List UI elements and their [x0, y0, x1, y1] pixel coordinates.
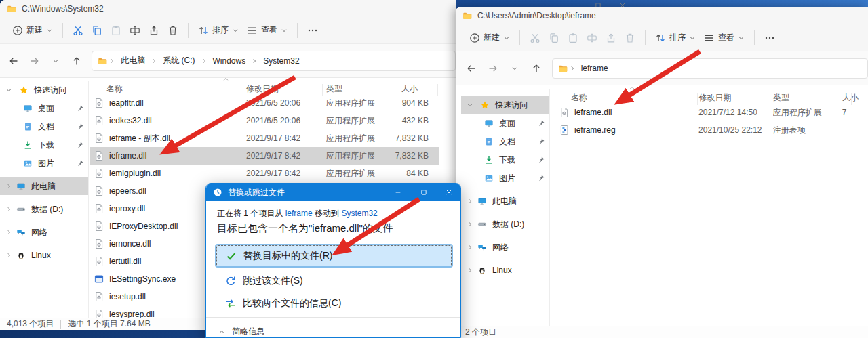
pin-icon [537, 156, 545, 164]
sidebar-item-network[interactable]: 网络 [0, 224, 88, 241]
maximize-button[interactable] [414, 186, 434, 199]
forward-button[interactable] [484, 60, 502, 77]
more-button[interactable] [760, 28, 779, 47]
sidebar-item-download[interactable]: 下载 [461, 151, 549, 169]
close-icon[interactable] [618, 1, 627, 7]
sidebar-item-download[interactable]: 下载 [0, 136, 88, 154]
destination-folder-link[interactable]: System32 [341, 209, 377, 218]
copy-button[interactable] [87, 21, 106, 40]
sidebar-item-quick-access[interactable]: 快速访问 [0, 81, 88, 99]
tree-expand-icon [5, 87, 12, 93]
source-folder-link[interactable]: ieframe [285, 209, 313, 218]
dialog-option-2[interactable]: 跳过该文件(S) [225, 274, 303, 289]
column-header-name[interactable]: 名称 [90, 83, 246, 95]
sidebar-item-pictures[interactable]: 图片 [461, 169, 549, 187]
recent-locations-button[interactable] [47, 52, 64, 70]
sort-button[interactable]: 排序 [194, 21, 243, 40]
back-button[interactable] [462, 60, 480, 77]
sidebar-item-linux[interactable]: Linux [0, 247, 88, 264]
sidebar-item-label: 数据 (D:) [492, 219, 524, 230]
breadcrumb-item[interactable]: Windows [209, 56, 250, 66]
column-header-type[interactable]: 类型 [326, 83, 389, 95]
breadcrumb-item[interactable]: 系统 (C:) [159, 55, 199, 66]
sidebar-item-desktop[interactable]: 桌面 [0, 100, 88, 117]
column-header-size[interactable]: 大小 [842, 92, 868, 104]
file-row[interactable]: ieframe - 副本.dll2021/9/17 8:42应用程序扩展7,83… [90, 129, 439, 147]
maximize-icon[interactable] [594, 1, 602, 7]
file-row[interactable]: iedkcs32.dll2021/6/5 20:06应用程序扩展432 KB [90, 112, 439, 129]
paste-button[interactable] [106, 21, 125, 40]
sidebar-item-linux[interactable]: Linux [461, 261, 549, 279]
sidebar-item-quick-access[interactable]: 快速访问 [461, 96, 549, 114]
dialog-option-label: 比较两个文件的信息(C) [243, 297, 341, 310]
rename-button[interactable] [125, 21, 144, 40]
column-header-date[interactable]: 修改日期 [699, 92, 774, 104]
sidebar-item-pictures[interactable]: 图片 [0, 154, 88, 172]
new-label: 新建 [26, 24, 43, 36]
breadcrumb-item[interactable]: 此电脑 [117, 55, 149, 66]
more-button[interactable] [303, 21, 322, 40]
up-button[interactable] [528, 60, 545, 77]
view-button[interactable]: 查看 [700, 28, 749, 47]
copy-button[interactable] [545, 28, 564, 47]
item-count: 2 个项目 [465, 326, 496, 338]
paste-button[interactable] [564, 28, 583, 47]
file-type-dll-icon [94, 221, 104, 232]
forward-button[interactable] [26, 52, 43, 70]
paste-icon [111, 25, 121, 36]
sidebar-item-label: 图片 [38, 158, 54, 169]
tree-collapse-icon [5, 252, 12, 259]
share-button[interactable] [601, 28, 620, 47]
sidebar-item-docs[interactable]: 文档 [0, 118, 88, 135]
dialog-option-3[interactable]: 比较两个文件的信息(C) [225, 296, 341, 311]
file-row[interactable]: iemigplugin.dll2021/9/17 8:42应用程序扩展84 KB [90, 165, 439, 182]
column-header-size[interactable]: 大小 [389, 83, 435, 95]
file-row[interactable]: ieframe.reg2021/10/25 22:12注册表项 [555, 121, 868, 139]
file-name: ieframe.dll [574, 108, 612, 117]
up-button[interactable] [68, 52, 85, 70]
chevron-down-icon [281, 27, 288, 34]
cut-button[interactable] [68, 21, 87, 40]
breadcrumb-item[interactable]: ieframe [577, 64, 612, 73]
details-toggle[interactable]: 简略信息 [218, 326, 264, 337]
docs-icon [23, 122, 33, 131]
up-icon [531, 63, 542, 74]
sidebar-item-drive[interactable]: 数据 (D:) [0, 200, 88, 218]
close-button[interactable] [439, 186, 459, 199]
address-bar[interactable]: ieframe [552, 58, 868, 79]
desktop-icon [484, 119, 494, 128]
sort-button[interactable]: 排序 [651, 28, 700, 47]
sidebar-item-pc[interactable]: 此电脑 [461, 192, 549, 210]
dialog-option-1[interactable]: 替换目标中的文件(R) [216, 245, 452, 266]
cut-button[interactable] [526, 28, 545, 47]
delete-button[interactable] [163, 21, 182, 40]
sort-icon [198, 25, 209, 36]
new-button[interactable]: 新建 [8, 21, 57, 40]
file-row[interactable]: ieframe.dll2021/9/17 8:42应用程序扩展7,832 KB [90, 147, 439, 165]
sidebar-item-drive[interactable]: 数据 (D:) [461, 215, 549, 233]
sort-label: 排序 [212, 24, 229, 36]
column-header-name[interactable]: 名称 [555, 92, 699, 104]
sidebar-item-docs[interactable]: 文档 [461, 133, 549, 150]
new-button[interactable]: 新建 [465, 28, 514, 47]
sidebar-item-desktop[interactable]: 桌面 [461, 114, 549, 132]
delete-button[interactable] [620, 28, 639, 47]
file-type-dll-icon [94, 168, 104, 179]
rename-button[interactable] [583, 28, 601, 47]
drive-icon [477, 219, 487, 229]
column-header-type[interactable]: 类型 [773, 92, 842, 104]
back-button[interactable] [5, 52, 22, 70]
file-name: ieproxy.dll [109, 204, 145, 213]
breadcrumb-item[interactable]: System32 [259, 56, 303, 66]
address-bar[interactable]: 此电脑系统 (C:)WindowsSystem32 [92, 51, 456, 71]
sidebar-item-pc[interactable]: 此电脑 [0, 177, 88, 195]
file-row[interactable]: ieapfltr.dll2021/6/5 20:06应用程序扩展904 KB [90, 94, 439, 112]
sidebar-item-label: Linux [492, 266, 512, 275]
minimize-button[interactable] [388, 186, 408, 199]
view-button[interactable]: 查看 [243, 21, 292, 40]
column-header-date[interactable]: 修改日期 [246, 83, 326, 95]
sidebar-item-network[interactable]: 网络 [461, 238, 549, 256]
share-button[interactable] [144, 21, 163, 40]
file-row[interactable]: ieframe.dll2021/7/12 14:50应用程序扩展7 [555, 104, 868, 121]
recent-locations-button[interactable] [506, 60, 524, 77]
